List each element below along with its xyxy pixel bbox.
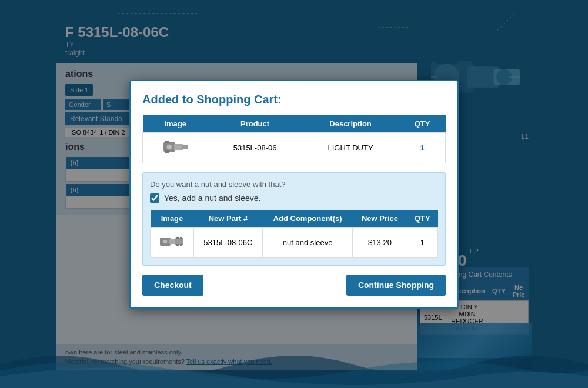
svg-rect-13	[165, 141, 169, 143]
modal-title: Added to Shopping Cart:	[142, 93, 446, 106]
comp-table-price: $13.20	[353, 227, 407, 257]
svg-point-15	[166, 144, 172, 150]
comp-table-partnum: 5315L-08-06C	[194, 227, 263, 257]
component-table: Image New Part # Add Component(s) New Pr…	[150, 210, 438, 258]
component-image-icon	[159, 232, 185, 251]
modal-dialog: Added to Shopping Cart: Image Product De…	[129, 80, 459, 309]
upsell-checkbox-row: Yes, add a nut and sleeve.	[150, 193, 438, 203]
comp-table-header-partnum: New Part #	[194, 210, 263, 228]
product-image-icon	[162, 138, 189, 156]
svg-rect-20	[176, 237, 179, 239]
product-table-header-qty: QTY	[399, 115, 446, 133]
svg-rect-21	[180, 237, 182, 239]
svg-rect-23	[180, 244, 182, 246]
upsell-question: Do you want a nut and sleeve with that?	[150, 180, 438, 189]
checkout-button[interactable]: Checkout	[142, 275, 203, 296]
svg-rect-11	[174, 144, 183, 150]
product-table-header-product: Product	[208, 115, 302, 133]
product-table-qty: 1	[399, 132, 446, 163]
comp-table-header-image: Image	[151, 210, 194, 228]
svg-rect-14	[165, 150, 169, 153]
upsell-section: Do you want a nut and sleeve with that? …	[142, 172, 446, 266]
comp-table-image-cell	[151, 227, 194, 257]
comp-table-component: nut and sleeve	[262, 227, 353, 257]
product-table: Image Product Description QTY	[142, 115, 446, 163]
upsell-label[interactable]: Yes, add a nut and sleeve.	[164, 193, 261, 203]
product-table-image-cell	[143, 132, 208, 163]
modal-buttons: Checkout Continue Shopping	[142, 275, 446, 296]
svg-rect-22	[176, 244, 179, 246]
continue-shopping-button[interactable]: Continue Shopping	[346, 275, 446, 296]
svg-rect-12	[182, 145, 188, 149]
comp-table-header-qty: QTY	[407, 210, 437, 228]
upsell-checkbox[interactable]	[150, 193, 159, 203]
product-table-product: 5315L-08-06	[208, 132, 302, 163]
product-table-header-image: Image	[143, 115, 208, 133]
comp-table-qty: 1	[407, 227, 437, 257]
comp-table-header-component: Add Component(s)	[262, 210, 353, 228]
modal-overlay: Added to Shopping Cart: Image Product De…	[0, 0, 588, 388]
product-table-description: LIGHT DUTY	[302, 132, 399, 163]
product-table-header-description: Description	[302, 115, 399, 133]
comp-table-header-price: New Price	[353, 210, 407, 228]
svg-point-19	[163, 239, 168, 244]
